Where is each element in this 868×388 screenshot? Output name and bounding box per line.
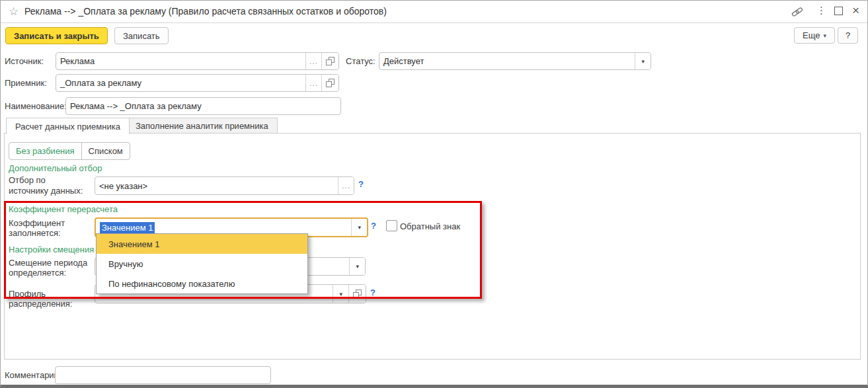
comment-input[interactable] xyxy=(55,366,271,384)
chevron-down-icon[interactable]: ▾ xyxy=(351,219,367,236)
name-value[interactable]: Реклама --> _Оплата за рекламу xyxy=(66,98,340,114)
chevron-down-icon[interactable]: ▾ xyxy=(635,53,651,69)
profile-label-line1: Профиль xyxy=(9,289,46,299)
save-and-close-button[interactable]: Записать и закрыть xyxy=(5,27,108,44)
receiver-value[interactable]: _Оплата за рекламу xyxy=(56,75,305,91)
link-icon[interactable] xyxy=(791,7,804,17)
dropdown-item-value1[interactable]: Значением 1 xyxy=(97,234,307,254)
open-icon[interactable] xyxy=(348,285,366,303)
status-combobox[interactable]: Действует ▾ xyxy=(379,52,651,70)
choose-ellipsis-icon[interactable]: ... xyxy=(305,53,321,69)
source-value[interactable]: Реклама xyxy=(56,53,305,69)
comment-value[interactable] xyxy=(56,367,270,383)
close-icon[interactable]: × xyxy=(852,3,859,18)
filter-placeholder[interactable]: <не указан> xyxy=(95,177,338,194)
coefficient-label-line2: заполняется: xyxy=(9,228,61,238)
section-title-additional-filter: Дополнительный отбор xyxy=(9,163,102,173)
receiver-label: Приемник: xyxy=(5,78,47,88)
help-button[interactable]: ? xyxy=(838,27,858,44)
receiver-input[interactable]: _Оплата за рекламу ... xyxy=(56,74,339,92)
coefficient-dropdown-list: Значением 1 Вручную По нефинансовому пок… xyxy=(96,233,308,294)
view-toggle-list[interactable]: Списком xyxy=(81,143,130,159)
selected-text: Значением 1 xyxy=(100,222,155,233)
choose-ellipsis-icon[interactable]: ... xyxy=(338,177,354,194)
source-input[interactable]: Реклама ... xyxy=(56,52,339,70)
status-label: Статус: xyxy=(346,56,375,66)
more-button[interactable]: Еще ▾ xyxy=(794,27,835,44)
maximize-icon[interactable] xyxy=(834,7,843,17)
dropdown-item-manual[interactable]: Вручную xyxy=(97,254,307,274)
coefficient-help-link[interactable]: ? xyxy=(371,221,376,231)
name-input[interactable]: Реклама --> _Оплата за рекламу xyxy=(65,97,341,115)
choose-ellipsis-icon[interactable]: ... xyxy=(305,75,321,91)
tab-receiver-data-calc[interactable]: Расчет данных приемника xyxy=(6,118,130,134)
filter-label-line2: источнику данных: xyxy=(9,186,83,196)
chevron-down-icon[interactable]: ▾ xyxy=(333,285,348,303)
more-button-label: Еще xyxy=(803,30,820,40)
view-toggle-no-split[interactable]: Без разбиения xyxy=(9,143,81,159)
dropdown-item-nonfinancial[interactable]: По нефинансовому показателю xyxy=(97,274,307,293)
more-dots-icon[interactable]: ⋮ xyxy=(816,5,826,17)
open-icon[interactable] xyxy=(321,75,338,91)
view-toggle: Без разбиения Списком xyxy=(9,142,130,160)
status-value[interactable]: Действует xyxy=(379,53,635,69)
filter-label-line1: Отбор по xyxy=(9,175,46,185)
tab-receiver-analytics-fill[interactable]: Заполнение аналитик приемника xyxy=(126,118,278,134)
data-source-filter-input[interactable]: <не указан> ... xyxy=(95,176,354,195)
window: ☆ Реклама --> _Оплата за рекламу (Правил… xyxy=(0,0,868,388)
save-button[interactable]: Записать xyxy=(114,27,169,44)
open-icon[interactable] xyxy=(321,53,338,69)
name-label: Наименование: xyxy=(5,101,67,111)
chevron-down-icon[interactable]: ▾ xyxy=(349,258,365,275)
reverse-sign-checkbox[interactable] xyxy=(386,220,397,231)
favorite-star-icon[interactable]: ☆ xyxy=(9,5,19,19)
source-label: Источник: xyxy=(5,56,44,66)
window-title: Реклама --> _Оплата за рекламу (Правило … xyxy=(24,6,387,17)
filter-help-link[interactable]: ? xyxy=(358,179,364,189)
offset-label-line1: Смещение периода xyxy=(9,258,87,268)
coefficient-label-line1: Коэффициент xyxy=(9,218,65,228)
comment-label: Комментарий: xyxy=(5,370,61,380)
offset-label-line2: определяется: xyxy=(9,268,66,278)
chevron-down-icon: ▾ xyxy=(823,32,826,39)
reverse-sign-label: Обратный знак xyxy=(400,221,460,231)
profile-help-link[interactable]: ? xyxy=(370,288,375,297)
profile-label-line2: распределения: xyxy=(9,299,72,309)
section-title-coefficient: Коэффициент перерасчета xyxy=(9,204,118,214)
title-bar: ☆ Реклама --> _Оплата за рекламу (Правил… xyxy=(1,1,867,23)
section-title-offset: Настройки смещения xyxy=(9,245,94,254)
